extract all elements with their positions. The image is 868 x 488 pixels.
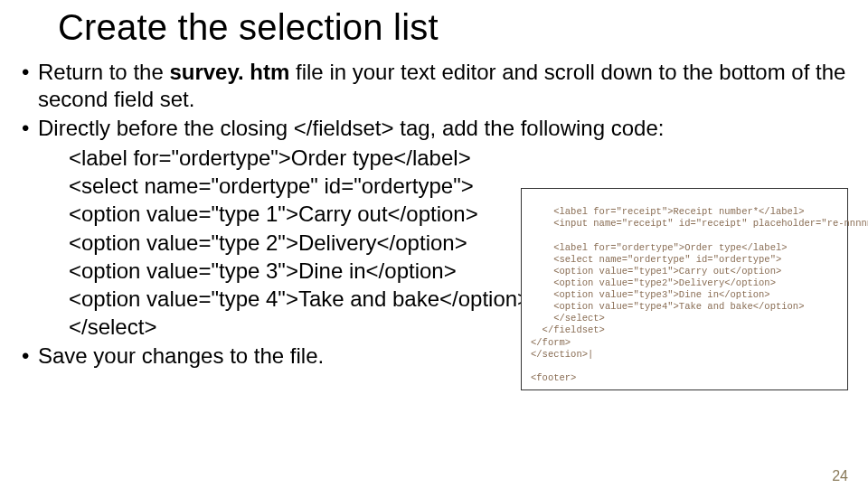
code-line-1: <label for="ordertype">Order type</label… — [69, 144, 846, 172]
preview-line-1: <label for="receipt">Receipt number*</la… — [531, 206, 804, 217]
bullet-1-bold: survey. htm — [169, 60, 296, 84]
preview-line-6: <option value="type1">Carry out</option> — [531, 266, 781, 277]
bullet-2-text: Directly before the closing </fieldset> … — [38, 116, 664, 140]
preview-line-9: <option value="type4">Take and bake</opt… — [531, 301, 804, 312]
page-number: 24 — [832, 468, 848, 484]
preview-line-12: </form> — [531, 337, 571, 348]
preview-line-2: <input name="receipt" id="receipt" place… — [531, 218, 868, 229]
preview-line-8: <option value="type3">Dine in</option> — [531, 289, 770, 300]
bullet-3-text: Save your changes to the file. — [38, 343, 324, 368]
preview-line-4: <label for="ordertype">Order type</label… — [531, 242, 788, 253]
code-preview: <label for="receipt">Receipt number*</la… — [531, 194, 842, 384]
preview-line-15: <footer> — [531, 372, 576, 383]
preview-line-10: </select> — [531, 313, 605, 324]
slide: Create the selection list Return to the … — [0, 7, 868, 488]
preview-line-13: </section>| — [531, 349, 593, 360]
bullet-1-pre: Return to the — [38, 60, 169, 84]
preview-line-11: </fieldset> — [531, 324, 605, 335]
page-title: Create the selection list — [58, 7, 868, 48]
code-preview-box: <label for="receipt">Receipt number*</la… — [521, 188, 848, 390]
preview-line-7: <option value="type2">Delivery</option> — [531, 277, 776, 288]
bullet-1: Return to the survey. htm file in your t… — [22, 59, 846, 113]
preview-line-5: <select name="ordertype" id="ordertype"> — [531, 254, 781, 265]
